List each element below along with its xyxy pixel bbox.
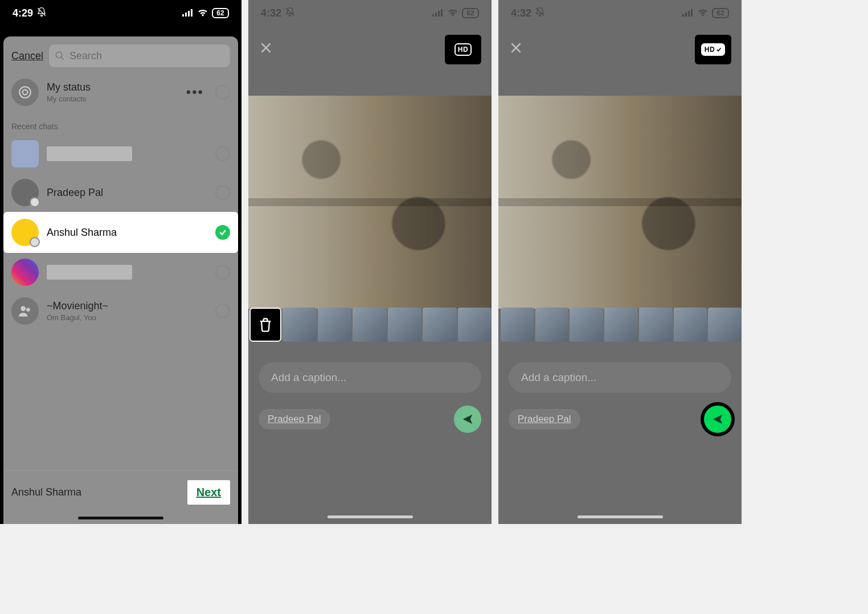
status-bar: 4:29 62 <box>0 0 241 26</box>
thumbnail[interactable] <box>353 308 387 342</box>
chat-row-movienight[interactable]: ~Movienight~ Om Bagul, You <box>3 292 238 330</box>
my-status-row[interactable]: My status My contacts ••• <box>3 73 238 112</box>
redacted-name <box>47 146 132 161</box>
redacted-name <box>47 265 132 280</box>
caption-input[interactable]: Add a caption... <box>259 362 481 393</box>
thumbnail[interactable] <box>570 308 603 342</box>
thumbnail[interactable] <box>604 308 638 342</box>
send-button[interactable] <box>704 406 731 433</box>
my-status-radio[interactable] <box>215 85 230 100</box>
chat-sub: Om Bagul, You <box>47 313 207 322</box>
svg-rect-18 <box>688 11 690 17</box>
delete-thumbnail-button[interactable] <box>249 308 281 342</box>
caption-placeholder: Add a caption... <box>521 371 596 384</box>
chat-avatar <box>11 297 39 325</box>
thumbnail[interactable] <box>318 308 352 342</box>
send-icon <box>461 413 474 425</box>
close-icon <box>509 40 523 55</box>
status-time: 4:32 <box>261 7 281 19</box>
phone-editor-hd-on: 4:32 62 HD <box>498 0 742 524</box>
chat-row-pradeep[interactable]: Pradeep Pal <box>3 173 238 212</box>
chat-avatar <box>11 140 39 167</box>
chat-avatar <box>11 259 39 286</box>
close-icon <box>259 40 273 55</box>
search-placeholder: Search <box>69 50 102 62</box>
thumbnail-strip[interactable] <box>498 308 742 342</box>
caption-input[interactable]: Add a caption... <box>509 362 731 393</box>
thumbnail[interactable] <box>501 308 534 342</box>
chat-row-anshul[interactable]: Anshul Sharma <box>3 212 238 253</box>
next-button[interactable]: Next <box>187 480 230 505</box>
close-button[interactable] <box>509 40 523 59</box>
status-bar: 4:32 62 <box>498 0 742 26</box>
chat-name: Anshul Sharma <box>47 227 207 239</box>
status-time: 4:29 <box>13 7 33 19</box>
svg-point-8 <box>21 306 26 311</box>
thumbnail[interactable] <box>388 308 422 342</box>
thumbnail[interactable] <box>535 308 569 342</box>
chat-radio[interactable] <box>215 265 230 280</box>
svg-point-9 <box>26 308 30 312</box>
close-button[interactable] <box>259 40 273 59</box>
status-right: 62 <box>182 7 229 19</box>
signal-icon <box>432 7 444 19</box>
recipient-chip[interactable]: Pradeep Pal <box>259 409 330 429</box>
svg-point-7 <box>23 90 28 95</box>
signal-icon <box>682 7 694 19</box>
svg-rect-13 <box>441 9 443 17</box>
editor-surface: 4:32 62 HD <box>248 0 492 524</box>
phone-editor-hd-off: 4:32 62 HD <box>248 0 492 524</box>
chat-radio[interactable] <box>215 304 230 318</box>
recipient-row: Pradeep Pal <box>259 406 481 433</box>
send-icon <box>711 413 724 425</box>
thumbnail-strip[interactable] <box>248 308 492 342</box>
chat-row-hidden-2[interactable] <box>3 253 238 292</box>
thumbnail[interactable] <box>674 308 707 342</box>
status-time: 4:32 <box>511 7 531 19</box>
my-status-text: My status My contacts <box>47 81 178 103</box>
silent-icon <box>36 7 47 20</box>
send-button[interactable] <box>454 406 481 433</box>
svg-rect-1 <box>185 13 187 17</box>
thumbnail[interactable] <box>458 308 492 342</box>
recipient-chip[interactable]: Pradeep Pal <box>509 409 580 429</box>
my-status-sub: My contacts <box>47 95 178 103</box>
media-preview[interactable] <box>248 96 492 309</box>
more-icon[interactable]: ••• <box>186 84 204 100</box>
svg-rect-11 <box>435 13 437 17</box>
home-indicator <box>578 515 663 518</box>
share-sheet: Cancel Search My status My contacts ••• … <box>3 36 238 524</box>
silent-icon <box>285 7 295 20</box>
battery-indicator: 62 <box>712 8 729 18</box>
hd-quality-button[interactable]: HD <box>445 35 481 64</box>
svg-rect-17 <box>685 13 687 17</box>
status-ring-icon <box>18 85 32 100</box>
search-input[interactable]: Search <box>49 44 230 67</box>
svg-rect-2 <box>188 11 190 17</box>
hd-quality-button-enabled[interactable]: HD <box>695 35 731 64</box>
editor-top-bar: HD <box>498 30 742 69</box>
sheet-header: Cancel Search <box>3 36 238 73</box>
thumbnail[interactable] <box>708 308 742 342</box>
my-status-title: My status <box>47 81 178 93</box>
media-preview[interactable] <box>498 96 742 309</box>
battery-indicator: 62 <box>212 8 229 18</box>
chat-radio[interactable] <box>215 146 230 161</box>
cancel-button[interactable]: Cancel <box>11 50 43 62</box>
selected-check-icon[interactable] <box>215 225 230 240</box>
home-indicator <box>327 515 413 518</box>
thumbnail[interactable] <box>423 308 457 342</box>
svg-rect-16 <box>682 14 684 17</box>
recent-chats-label: Recent chats <box>3 112 238 134</box>
svg-rect-10 <box>432 14 434 17</box>
status-bar: 4:32 62 <box>248 0 492 26</box>
svg-point-6 <box>19 87 31 98</box>
hd-icon: HD <box>455 43 472 56</box>
chat-row-hidden-1[interactable] <box>3 134 238 173</box>
phone-contact-picker: 4:29 62 Cancel Search <box>0 0 241 524</box>
svg-point-4 <box>56 52 62 58</box>
chat-radio[interactable] <box>215 185 230 200</box>
chat-avatar <box>11 219 39 246</box>
thumbnail[interactable] <box>639 308 673 342</box>
thumbnail[interactable] <box>282 308 317 342</box>
